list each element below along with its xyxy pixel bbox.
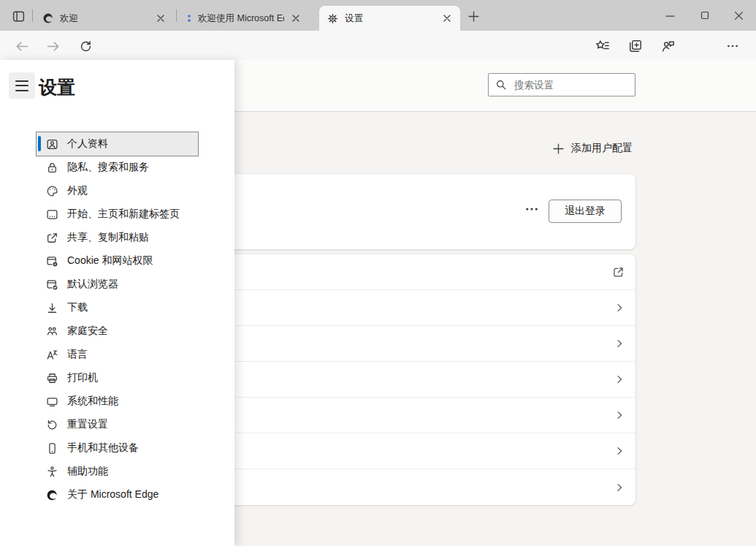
settings-row[interactable] (222, 362, 635, 398)
maximize-button[interactable] (694, 6, 716, 25)
close-icon (734, 11, 744, 20)
settings-rows (222, 254, 635, 505)
share-copy-paste-icon (46, 232, 58, 244)
settings-row[interactable] (222, 254, 635, 290)
favorites-star-list-icon (595, 39, 610, 53)
external-link-icon (612, 266, 625, 278)
printers-icon (46, 372, 58, 384)
tab-welcome[interactable]: 欢迎 (35, 6, 174, 31)
system-performance-icon (46, 395, 58, 408)
settings-row[interactable] (222, 433, 635, 469)
chevron-right-icon (614, 338, 625, 349)
chevron-right-icon (614, 374, 625, 384)
close-tab-icon[interactable] (441, 12, 453, 24)
default-browser-icon (46, 278, 58, 291)
sign-out-button[interactable]: 退出登录 (549, 200, 622, 223)
cookies-site-permissions-icon (46, 255, 58, 268)
sidebar-item-languages[interactable]: 语言 (37, 343, 198, 366)
reset-settings-icon (46, 419, 58, 431)
selected-accent-bar (38, 136, 41, 151)
sidebar-item-privacy[interactable]: 隐私、搜索和服务 (37, 156, 198, 179)
settings-row[interactable] (222, 326, 635, 362)
collections-button[interactable] (627, 37, 644, 55)
search-icon (495, 79, 507, 91)
chevron-right-icon (614, 482, 625, 493)
settings-row[interactable] (222, 398, 635, 433)
menu-toggle-button[interactable] (9, 72, 35, 99)
site-favicon-dots-icon (186, 13, 192, 23)
privacy-lock-icon (46, 162, 58, 174)
tab-actions-menu-button[interactable] (9, 7, 27, 25)
more-horizontal-icon (726, 39, 739, 53)
sidebar-item-about-edge[interactable]: 关于 Microsoft Edge (37, 483, 198, 507)
refresh-icon (79, 39, 93, 53)
settings-sidebar: 设置 个人资料 隐私、搜索和服务 外观 (0, 60, 234, 546)
edge-logo-icon (46, 489, 58, 501)
plus-icon (553, 143, 564, 154)
feedback-button[interactable] (660, 37, 677, 55)
settings-row[interactable] (222, 469, 635, 505)
close-window-button[interactable] (728, 6, 749, 25)
tab-bar: 欢迎 欢迎使用 Microsoft Edg 设置 (0, 0, 756, 31)
languages-icon (46, 349, 58, 361)
sidebar-item-accessibility[interactable]: 辅助功能 (37, 460, 198, 483)
chevron-right-icon (614, 303, 625, 313)
forward-button[interactable] (44, 37, 61, 55)
profile-icon (46, 138, 58, 151)
forward-icon (46, 39, 60, 53)
sidebar-item-cookies-permissions[interactable]: Cookie 和网站权限 (37, 249, 198, 273)
sidebar-item-share-copy-paste[interactable]: 共享、复制和粘贴 (37, 226, 198, 249)
sidebar-item-downloads[interactable]: 下载 (37, 296, 198, 319)
minimize-button[interactable] (659, 6, 681, 25)
minimize-icon (665, 11, 675, 20)
sidebar-item-printers[interactable]: 打印机 (37, 366, 198, 390)
sidebar-item-appearance[interactable]: 外观 (37, 179, 198, 202)
sidebar-item-family-safety[interactable]: 家庭安全 (37, 319, 198, 343)
add-profile-button[interactable]: 添加用户配置 (553, 142, 633, 155)
chevron-right-icon (614, 446, 625, 456)
browser-window: 欢迎 欢迎使用 Microsoft Edg 设置 (0, 0, 756, 546)
tab-settings[interactable]: 设置 (319, 6, 460, 31)
appearance-palette-icon (46, 185, 58, 197)
sidebar-item-default-browser[interactable]: 默认浏览器 (37, 273, 198, 296)
chevron-right-icon (614, 410, 625, 420)
more-actions-button[interactable] (523, 200, 541, 218)
tab-separator (176, 10, 177, 22)
close-tab-icon[interactable] (155, 12, 167, 24)
sidebar-item-profiles[interactable]: 个人资料 (37, 132, 198, 156)
accessibility-icon (46, 466, 58, 478)
edge-logo-icon (42, 12, 54, 24)
settings-search-box[interactable] (488, 73, 635, 96)
collections-icon (628, 39, 643, 53)
settings-search-input[interactable] (513, 79, 628, 91)
settings-more-button[interactable] (724, 37, 741, 55)
tab-welcome-edge[interactable]: 欢迎使用 Microsoft Edg (179, 6, 316, 31)
tab-title: 欢迎 (60, 12, 149, 25)
back-button[interactable] (13, 37, 31, 55)
refresh-button[interactable] (77, 37, 94, 55)
plus-icon (468, 11, 479, 22)
tab-actions-icon (12, 10, 26, 23)
tab-separator (32, 10, 33, 22)
sidebar-item-system-performance[interactable]: 系统和性能 (37, 390, 198, 413)
close-tab-icon[interactable] (290, 12, 302, 24)
add-profile-label: 添加用户配置 (571, 142, 633, 155)
family-safety-icon (46, 325, 58, 338)
start-home-newtab-icon (46, 208, 58, 221)
new-tab-button[interactable] (466, 9, 481, 23)
tab-title: 设置 (345, 12, 435, 25)
page-title: 设置 (39, 75, 75, 99)
navigation-toolbar: Edge edge://settings/profiles (0, 31, 756, 60)
settings-gear-icon (327, 12, 339, 25)
sidebar-item-start-home-newtab[interactable]: 开始、主页和新建标签页 (37, 202, 198, 226)
phone-other-devices-icon (46, 442, 58, 455)
settings-menu: 个人资料 隐私、搜索和服务 外观 开始、主页 (37, 132, 198, 507)
sidebar-item-reset-settings[interactable]: 重置设置 (37, 413, 198, 436)
person-chat-icon (661, 39, 676, 53)
back-icon (15, 39, 29, 53)
settings-row[interactable] (222, 290, 635, 326)
profile-card: 退出登录 (222, 174, 635, 249)
downloads-icon (46, 302, 58, 314)
sidebar-item-phone-devices[interactable]: 手机和其他设备 (37, 436, 198, 460)
favorites-button[interactable] (594, 37, 611, 55)
